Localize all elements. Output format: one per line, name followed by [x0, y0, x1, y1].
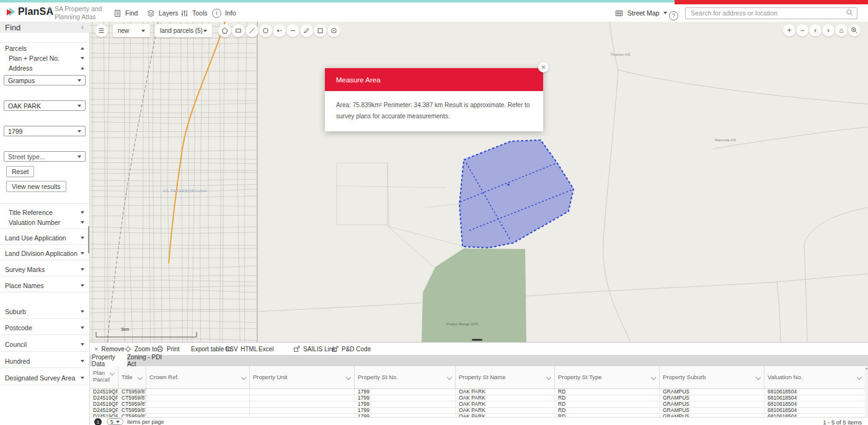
table-row[interactable]: D24519QP4CT5959/8761799OAK PARKRDGRAMPUS…: [90, 408, 866, 414]
reset-button[interactable]: Reset: [6, 166, 34, 177]
page-1-button[interactable]: 1: [94, 418, 102, 425]
divider: [0, 351, 89, 352]
chevron-down-icon: [81, 310, 84, 313]
tab-zoning-pdi-act[interactable]: Zoning - PDI Act: [127, 355, 170, 366]
view-new-results-label: View new results: [12, 183, 61, 190]
sidebar-item-place-names[interactable]: Place Names: [5, 281, 84, 290]
export-html-button[interactable]: HTML: [241, 343, 257, 355]
sidebar-item-survey-marks[interactable]: Survey Marks: [5, 265, 84, 274]
nav-find[interactable]: Find: [113, 4, 138, 22]
pd-code-button[interactable]: P&D Code: [332, 343, 371, 355]
sidebar-item-parcels[interactable]: Parcels: [5, 44, 84, 53]
table-cell: D24519QP3: [90, 389, 118, 395]
polyline-tool-button[interactable]: [246, 24, 259, 37]
extent-tool-button[interactable]: [314, 24, 327, 37]
column-header-property-unit[interactable]: Property Unit: [250, 366, 355, 388]
tab-property-data[interactable]: Property Data: [92, 355, 127, 366]
table-cell: RD: [555, 401, 660, 407]
table-row[interactable]: D24519QP2CT5959/8761799OAK PARKRDGRAMPUS…: [90, 395, 866, 401]
print-button[interactable]: Print: [156, 343, 180, 355]
grid-body: D24519QP3CT5959/8761799OAK PARKRDGRAMPUS…: [90, 389, 866, 420]
measure-dialog-header[interactable]: Measure Area: [325, 68, 543, 91]
sidebar-item-council[interactable]: Council: [5, 340, 84, 349]
homestead-label-tiverton: Tiverton HS: [611, 53, 630, 56]
prev-extent-button[interactable]: ‹: [809, 24, 822, 37]
suburb-label: Suburb: [5, 308, 26, 315]
sidebar-item-hundred[interactable]: Hundred: [5, 357, 84, 366]
table-row[interactable]: D24519QP3CT5959/8761799OAK PARKRDGRAMPUS…: [90, 389, 866, 395]
sidebar-scrollbar[interactable]: [88, 226, 89, 253]
buffer-tool-button[interactable]: [327, 24, 340, 37]
sidebar-item-land-division[interactable]: Land Division Application: [5, 249, 84, 258]
street-type-select[interactable]: Street type...: [4, 151, 86, 162]
nav-layers[interactable]: Layers: [147, 4, 179, 22]
map-canvas[interactable]: Pualco Range (CP) Tiverton HS Marunda HS…: [90, 22, 868, 342]
column-header-property-st-name[interactable]: Property St Name: [456, 366, 555, 388]
search-icon[interactable]: [846, 9, 854, 17]
grid-scrollbar[interactable]: ▲: [865, 366, 868, 417]
measure-line-tool-button[interactable]: [286, 24, 299, 37]
park-label: Pualco Range (CP): [446, 322, 479, 326]
sidebar-item-valuation-number[interactable]: Valuation Number: [9, 218, 84, 227]
sidebar-item-postcode[interactable]: Postcode: [5, 323, 84, 332]
panel-drag-handle[interactable]: [472, 339, 482, 341]
home-button[interactable]: ⌂: [835, 24, 848, 37]
column-header-crown-ref-[interactable]: Crown Ref.: [146, 366, 250, 388]
sidebar-item-title-reference[interactable]: Title Reference: [9, 208, 84, 217]
zoom-out-button[interactable]: −: [796, 24, 808, 37]
table-cell: CT5959/876: [118, 408, 146, 413]
street-number-select[interactable]: 1799: [4, 126, 86, 136]
circle-tool-button[interactable]: [259, 24, 272, 37]
tab-property-data-label: Property Data: [92, 354, 127, 367]
external-link-icon: [293, 346, 300, 353]
view-new-results-button[interactable]: View new results: [6, 181, 66, 192]
zoom-to-button[interactable]: Zoom to: [125, 343, 157, 355]
sidebar-item-plan-parcel[interactable]: Plan + Parcel No.: [9, 54, 84, 63]
page-size-select[interactable]: 5: [107, 418, 123, 425]
suburb-select[interactable]: Grampus: [4, 75, 86, 85]
divider: [0, 229, 89, 229]
chevron-down-icon: [81, 377, 84, 379]
layer-list-button[interactable]: [95, 24, 108, 37]
dialog-close-button[interactable]: ✕: [538, 62, 549, 72]
rectangle-tool-button[interactable]: [232, 24, 245, 37]
table-row[interactable]: D24519QP5CT5959/8761799OAK PARKRDGRAMPUS…: [90, 401, 866, 408]
point-tool-button[interactable]: [273, 24, 286, 37]
zoom-in-button[interactable]: +: [783, 24, 795, 37]
search-input[interactable]: [685, 7, 857, 19]
sidebar-item-suburb[interactable]: Suburb: [5, 307, 84, 316]
street-name-select[interactable]: OAK PARK: [4, 100, 86, 111]
close-icon: ✕: [541, 64, 546, 71]
zoom-extent-button[interactable]: [848, 24, 861, 37]
remove-button[interactable]: ×Remove: [94, 343, 125, 355]
table-cell: 1799: [355, 389, 456, 395]
council-label: Council: [5, 341, 27, 348]
column-header-property-st-no-[interactable]: Property St No.: [355, 366, 456, 388]
export-excel-button[interactable]: Excel: [259, 343, 273, 355]
sidebar-item-address[interactable]: Address: [9, 64, 84, 72]
parcel-layer-select[interactable]: land parcels (5): [155, 24, 212, 37]
polygon-tool-button[interactable]: [218, 24, 231, 37]
divider: [0, 385, 89, 385]
nav-tools[interactable]: Tools: [180, 4, 208, 22]
column-header-valuation-no-[interactable]: Valuation No.: [764, 366, 866, 388]
nav-info[interactable]: i Info: [212, 4, 236, 22]
plansa-logo[interactable]: PlanSA: [6, 6, 53, 17]
sailis-link-button[interactable]: SAILIS Link: [293, 343, 335, 355]
header-divider: [50, 6, 50, 20]
panel-collapse-icon[interactable]: ‹: [81, 23, 84, 32]
column-header-plan-parcel[interactable]: Plan Parcel: [90, 366, 118, 388]
column-header-property-st-type[interactable]: Property St Type: [555, 366, 660, 388]
column-header-title[interactable]: Title: [118, 366, 146, 388]
divider: [0, 318, 89, 319]
basemap-selector[interactable]: Street Map: [615, 4, 667, 22]
sidebar-item-dsa[interactable]: Designated Survey Area: [5, 374, 84, 382]
sidebar-item-land-use[interactable]: Land Use Application: [5, 234, 84, 242]
next-extent-button[interactable]: ›: [822, 24, 835, 37]
export-csv-button[interactable]: CSV: [225, 343, 238, 355]
column-header-label: Property Unit: [253, 374, 287, 380]
column-header-property-suburb[interactable]: Property Suburb: [660, 366, 764, 388]
draw-layer-select[interactable]: new: [113, 24, 150, 37]
measure-area-tool-button[interactable]: [300, 24, 313, 37]
help-button[interactable]: ?: [669, 9, 678, 20]
